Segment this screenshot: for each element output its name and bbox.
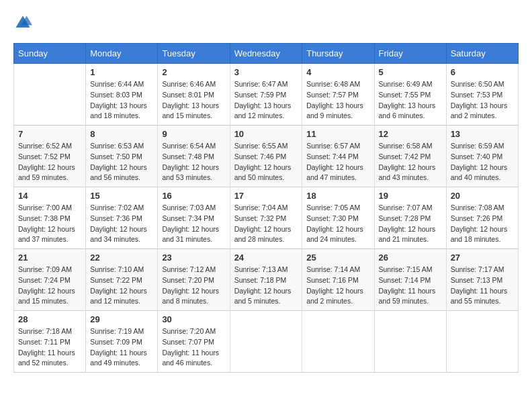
day-info: Sunrise: 7:20 AMSunset: 7:07 PMDaylight:… — [162, 326, 225, 369]
day-number: 2 — [162, 67, 225, 77]
calendar-cell: 7Sunrise: 6:52 AMSunset: 7:52 PMDaylight… — [14, 126, 86, 187]
day-number: 27 — [451, 253, 514, 263]
day-info: Sunrise: 7:00 AMSunset: 7:38 PMDaylight:… — [18, 203, 81, 245]
calendar-cell: 15Sunrise: 7:02 AMSunset: 7:36 PMDayligh… — [86, 187, 158, 249]
day-info: Sunrise: 7:09 AMSunset: 7:24 PMDaylight:… — [18, 265, 81, 307]
day-info: Sunrise: 7:17 AMSunset: 7:13 PMDaylight:… — [451, 265, 514, 307]
day-info: Sunrise: 7:05 AMSunset: 7:30 PMDaylight:… — [306, 203, 369, 245]
day-number: 4 — [306, 67, 369, 77]
header-cell-sunday: Sunday — [14, 44, 86, 64]
calendar-cell: 23Sunrise: 7:12 AMSunset: 7:20 PMDayligh… — [158, 249, 230, 311]
header-cell-wednesday: Wednesday — [230, 44, 302, 64]
day-number: 14 — [18, 191, 81, 201]
header-cell-tuesday: Tuesday — [158, 44, 230, 64]
calendar-cell: 24Sunrise: 7:13 AMSunset: 7:18 PMDayligh… — [230, 249, 302, 311]
logo — [13, 13, 35, 32]
day-info: Sunrise: 7:02 AMSunset: 7:36 PMDaylight:… — [90, 203, 153, 245]
day-number: 25 — [306, 253, 369, 263]
day-number: 13 — [451, 129, 514, 139]
day-number: 24 — [234, 253, 298, 263]
calendar-cell: 6Sunrise: 6:50 AMSunset: 7:53 PMDaylight… — [446, 64, 518, 126]
calendar-cell: 29Sunrise: 7:19 AMSunset: 7:09 PMDayligh… — [86, 311, 158, 373]
day-info: Sunrise: 7:04 AMSunset: 7:32 PMDaylight:… — [234, 203, 298, 245]
calendar-cell: 21Sunrise: 7:09 AMSunset: 7:24 PMDayligh… — [14, 249, 86, 311]
calendar-cell: 22Sunrise: 7:10 AMSunset: 7:22 PMDayligh… — [86, 249, 158, 311]
day-number: 8 — [90, 129, 153, 139]
day-number: 18 — [306, 191, 369, 201]
day-info: Sunrise: 6:53 AMSunset: 7:50 PMDaylight:… — [90, 141, 153, 183]
day-info: Sunrise: 6:54 AMSunset: 7:48 PMDaylight:… — [162, 141, 225, 183]
day-info: Sunrise: 6:58 AMSunset: 7:42 PMDaylight:… — [379, 141, 442, 183]
calendar-cell: 27Sunrise: 7:17 AMSunset: 7:13 PMDayligh… — [446, 249, 518, 311]
calendar-cell: 3Sunrise: 6:47 AMSunset: 7:59 PMDaylight… — [230, 64, 302, 126]
calendar-cell: 10Sunrise: 6:55 AMSunset: 7:46 PMDayligh… — [230, 126, 302, 187]
calendar-cell: 12Sunrise: 6:58 AMSunset: 7:42 PMDayligh… — [374, 126, 446, 187]
day-info: Sunrise: 7:18 AMSunset: 7:11 PMDaylight:… — [18, 326, 81, 369]
calendar-week-4: 21Sunrise: 7:09 AMSunset: 7:24 PMDayligh… — [14, 249, 519, 311]
calendar-header-row: SundayMondayTuesdayWednesdayThursdayFrid… — [14, 44, 519, 64]
calendar-cell: 5Sunrise: 6:49 AMSunset: 7:55 PMDaylight… — [374, 64, 446, 126]
header-cell-friday: Friday — [374, 44, 446, 64]
day-info: Sunrise: 6:48 AMSunset: 7:57 PMDaylight:… — [306, 79, 369, 122]
day-info: Sunrise: 6:47 AMSunset: 7:59 PMDaylight:… — [234, 79, 298, 122]
day-info: Sunrise: 6:46 AMSunset: 8:01 PMDaylight:… — [162, 79, 225, 122]
calendar-table: SundayMondayTuesdayWednesdayThursdayFrid… — [13, 43, 519, 373]
calendar-cell: 26Sunrise: 7:15 AMSunset: 7:14 PMDayligh… — [374, 249, 446, 311]
day-info: Sunrise: 7:08 AMSunset: 7:26 PMDaylight:… — [451, 203, 514, 245]
header-cell-thursday: Thursday — [302, 44, 374, 64]
calendar-cell: 9Sunrise: 6:54 AMSunset: 7:48 PMDaylight… — [158, 126, 230, 187]
day-info: Sunrise: 6:52 AMSunset: 7:52 PMDaylight:… — [18, 141, 81, 183]
day-number: 23 — [162, 253, 225, 263]
day-number: 20 — [451, 191, 514, 201]
day-info: Sunrise: 7:13 AMSunset: 7:18 PMDaylight:… — [234, 265, 298, 307]
day-number: 19 — [379, 191, 442, 201]
header-cell-saturday: Saturday — [446, 44, 518, 64]
calendar-cell: 1Sunrise: 6:44 AMSunset: 8:03 PMDaylight… — [86, 64, 158, 126]
day-number: 12 — [379, 129, 442, 139]
calendar-cell — [14, 64, 86, 126]
day-info: Sunrise: 7:14 AMSunset: 7:16 PMDaylight:… — [306, 265, 369, 307]
calendar-cell: 14Sunrise: 7:00 AMSunset: 7:38 PMDayligh… — [14, 187, 86, 249]
calendar-week-2: 7Sunrise: 6:52 AMSunset: 7:52 PMDaylight… — [14, 126, 519, 187]
calendar-cell: 16Sunrise: 7:03 AMSunset: 7:34 PMDayligh… — [158, 187, 230, 249]
day-number: 29 — [90, 314, 153, 324]
day-info: Sunrise: 7:19 AMSunset: 7:09 PMDaylight:… — [90, 326, 153, 369]
day-info: Sunrise: 7:10 AMSunset: 7:22 PMDaylight:… — [90, 265, 153, 307]
calendar-cell: 30Sunrise: 7:20 AMSunset: 7:07 PMDayligh… — [158, 311, 230, 373]
logo-icon — [13, 13, 32, 32]
calendar-cell: 8Sunrise: 6:53 AMSunset: 7:50 PMDaylight… — [86, 126, 158, 187]
day-number: 3 — [234, 67, 298, 77]
day-number: 1 — [90, 67, 153, 77]
calendar-week-1: 1Sunrise: 6:44 AMSunset: 8:03 PMDaylight… — [14, 64, 519, 126]
day-info: Sunrise: 7:12 AMSunset: 7:20 PMDaylight:… — [162, 265, 225, 307]
day-number: 6 — [451, 67, 514, 77]
calendar-cell: 19Sunrise: 7:07 AMSunset: 7:28 PMDayligh… — [374, 187, 446, 249]
calendar-cell: 25Sunrise: 7:14 AMSunset: 7:16 PMDayligh… — [302, 249, 374, 311]
day-number: 11 — [306, 129, 369, 139]
day-info: Sunrise: 7:15 AMSunset: 7:14 PMDaylight:… — [379, 265, 442, 307]
calendar-cell — [446, 311, 518, 373]
day-number: 22 — [90, 253, 153, 263]
day-info: Sunrise: 7:03 AMSunset: 7:34 PMDaylight:… — [162, 203, 225, 245]
day-number: 28 — [18, 314, 81, 324]
day-info: Sunrise: 6:49 AMSunset: 7:55 PMDaylight:… — [379, 79, 442, 122]
day-number: 16 — [162, 191, 225, 201]
calendar-cell: 18Sunrise: 7:05 AMSunset: 7:30 PMDayligh… — [302, 187, 374, 249]
calendar-cell: 11Sunrise: 6:57 AMSunset: 7:44 PMDayligh… — [302, 126, 374, 187]
day-number: 21 — [18, 253, 81, 263]
day-info: Sunrise: 6:57 AMSunset: 7:44 PMDaylight:… — [306, 141, 369, 183]
day-info: Sunrise: 6:50 AMSunset: 7:53 PMDaylight:… — [451, 79, 514, 122]
calendar-cell — [230, 311, 302, 373]
day-info: Sunrise: 6:55 AMSunset: 7:46 PMDaylight:… — [234, 141, 298, 183]
day-number: 17 — [234, 191, 298, 201]
day-number: 30 — [162, 314, 225, 324]
calendar-cell: 2Sunrise: 6:46 AMSunset: 8:01 PMDaylight… — [158, 64, 230, 126]
day-number: 15 — [90, 191, 153, 201]
calendar-cell — [302, 311, 374, 373]
calendar-cell: 13Sunrise: 6:59 AMSunset: 7:40 PMDayligh… — [446, 126, 518, 187]
day-info: Sunrise: 6:44 AMSunset: 8:03 PMDaylight:… — [90, 79, 153, 122]
day-number: 10 — [234, 129, 298, 139]
day-info: Sunrise: 6:59 AMSunset: 7:40 PMDaylight:… — [451, 141, 514, 183]
calendar-week-3: 14Sunrise: 7:00 AMSunset: 7:38 PMDayligh… — [14, 187, 519, 249]
calendar-week-5: 28Sunrise: 7:18 AMSunset: 7:11 PMDayligh… — [14, 311, 519, 373]
